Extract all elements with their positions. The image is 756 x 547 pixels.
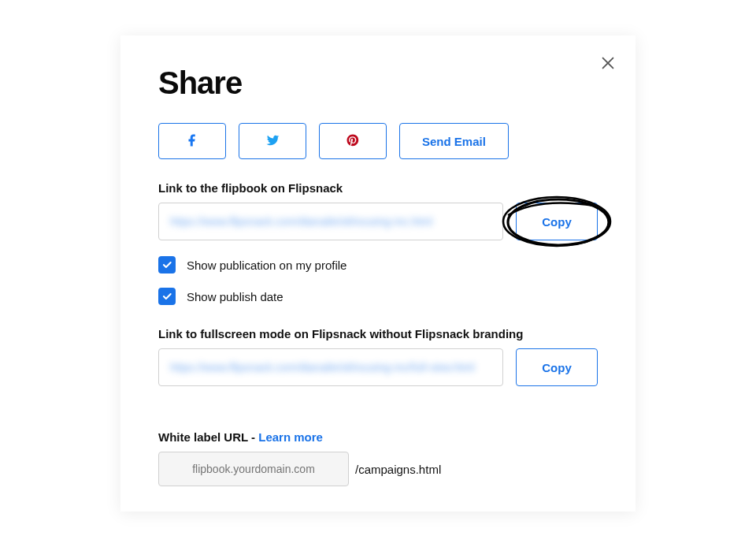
flipbook-link-input[interactable]: https://www.flipsnack.com/dianaile/okhou… (158, 203, 503, 240)
show-on-profile-checkbox[interactable] (158, 256, 176, 274)
learn-more-link[interactable]: Learn more (258, 430, 323, 444)
show-on-profile-label: Show publication on my profile (187, 259, 346, 272)
show-publish-date-checkbox[interactable] (158, 288, 176, 305)
flipbook-link-value: https://www.flipsnack.com/dianaile/okhou… (170, 215, 432, 228)
copy-flipbook-link-button[interactable]: Copy (516, 203, 598, 240)
facebook-icon (185, 133, 199, 150)
show-publish-date-label: Show publish date (187, 290, 284, 303)
whitelabel-path: /campaigns.html (355, 463, 441, 476)
fullscreen-link-input[interactable]: https://www.flipsnack.com/dianaile/okhou… (158, 348, 503, 386)
pinterest-icon (346, 133, 360, 150)
fullscreen-link-value: https://www.flipsnack.com/dianaile/okhou… (170, 361, 475, 374)
copy-fullscreen-link-button[interactable]: Copy (516, 348, 598, 386)
social-share-row: Send Email (158, 123, 598, 159)
whitelabel-label: White label URL - Learn more (158, 430, 598, 444)
facebook-share-button[interactable] (158, 123, 226, 159)
pinterest-share-button[interactable] (319, 123, 387, 159)
twitter-share-button[interactable] (239, 123, 306, 159)
share-modal: Share Send Email Link to the flipbook on… (120, 35, 636, 512)
close-button[interactable] (599, 54, 617, 72)
send-email-label: Send Email (405, 135, 503, 148)
twitter-icon (265, 132, 280, 151)
send-email-button[interactable]: Send Email (399, 123, 509, 159)
fullscreen-link-label: Link to fullscreen mode on Flipsnack wit… (158, 327, 598, 340)
flipbook-link-label: Link to the flipbook on Flipsnack (158, 181, 598, 195)
modal-title: Share (158, 65, 598, 101)
whitelabel-domain-input[interactable] (158, 452, 349, 486)
